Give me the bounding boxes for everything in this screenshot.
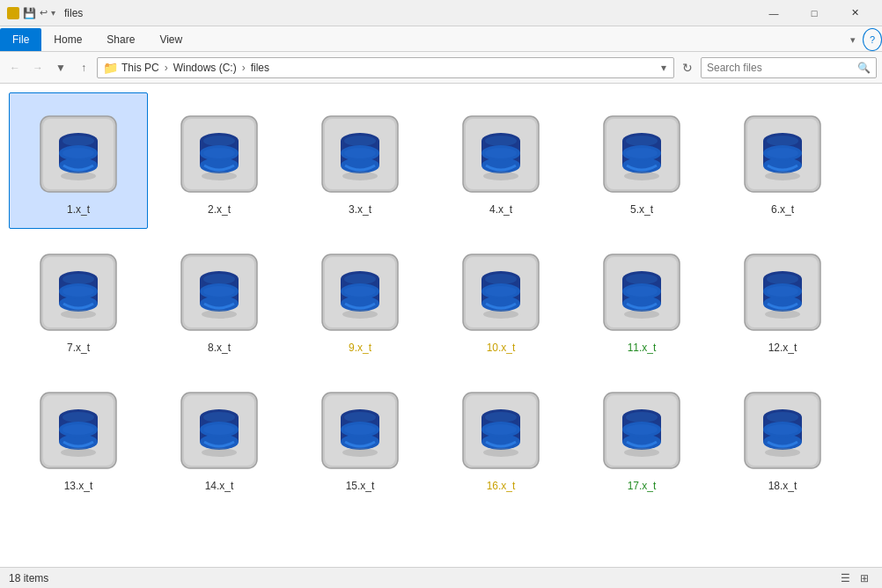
svg-point-35	[483, 172, 518, 180]
forward-button[interactable]: →	[28, 58, 48, 77]
search-input[interactable]	[707, 62, 854, 74]
svg-point-161	[765, 448, 800, 457]
file-item[interactable]: 6.x_t	[713, 92, 852, 229]
breadcrumb-thispc[interactable]: This PC	[121, 62, 159, 74]
svg-point-32	[485, 136, 517, 146]
svg-point-89	[483, 310, 518, 319]
back-button[interactable]: ←	[5, 58, 25, 77]
quick-save-icon: 💾	[23, 7, 36, 19]
svg-point-17	[202, 172, 237, 180]
svg-point-25	[344, 148, 376, 158]
file-item[interactable]: 14.x_t	[150, 369, 289, 505]
up-button[interactable]: ↑	[74, 58, 93, 77]
file-item[interactable]: 7.x_t	[9, 231, 148, 367]
file-label: 3.x_t	[349, 203, 371, 216]
file-label: 17.x_t	[628, 480, 657, 492]
file-label: 8.x_t	[208, 342, 231, 354]
svg-point-116	[61, 448, 96, 457]
file-icon	[457, 110, 545, 198]
breadcrumb-windows[interactable]: Windows (C:)	[173, 62, 237, 74]
help-button[interactable]: ?	[863, 28, 882, 51]
tab-share[interactable]: Share	[94, 28, 147, 51]
minimize-button[interactable]: —	[753, 0, 794, 26]
svg-point-131	[344, 412, 376, 423]
status-count: 18 items	[9, 572, 48, 584]
maximize-button[interactable]: □	[794, 0, 834, 26]
file-icon	[175, 386, 263, 474]
tab-view[interactable]: View	[147, 28, 195, 51]
svg-point-97	[626, 286, 658, 297]
file-label: 18.x_t	[768, 480, 797, 492]
file-label: 14.x_t	[205, 480, 234, 492]
search-bar[interactable]: 🔍	[701, 57, 877, 78]
breadcrumb-files[interactable]: files	[251, 62, 269, 74]
svg-point-143	[483, 448, 518, 457]
address-dropdown-arrow[interactable]: ▾	[661, 62, 666, 74]
file-icon	[598, 248, 686, 336]
file-item[interactable]: 1.x_t	[9, 92, 148, 229]
file-item[interactable]: 12.x_t	[713, 231, 852, 367]
svg-point-125	[202, 448, 237, 457]
svg-point-134	[342, 448, 378, 457]
file-item[interactable]: 9.x_t	[290, 231, 430, 367]
svg-point-104	[767, 274, 798, 284]
svg-point-140	[485, 412, 517, 423]
file-grid: 1.x_t 2.x_t	[9, 92, 873, 505]
file-label: 16.x_t	[487, 480, 516, 492]
file-label: 12.x_t	[768, 342, 797, 354]
file-item[interactable]: 5.x_t	[572, 92, 711, 229]
file-item[interactable]: 2.x_t	[150, 92, 289, 229]
svg-point-26	[342, 172, 378, 180]
svg-point-151	[626, 424, 658, 435]
address-bar[interactable]: 📁 This PC › Windows (C:) › files ▾	[97, 57, 674, 78]
file-item[interactable]: 10.x_t	[431, 231, 570, 367]
svg-point-79	[344, 286, 376, 297]
status-bar: 18 items ☰ ⊞	[0, 567, 882, 588]
file-icon	[316, 248, 404, 336]
file-icon	[316, 386, 404, 474]
undo-icon: ↩	[40, 7, 48, 18]
file-item[interactable]: 18.x_t	[713, 369, 852, 505]
ribbon-collapse-button[interactable]: ▾	[843, 28, 863, 51]
recent-locations-button[interactable]: ▼	[51, 58, 70, 77]
file-icon	[175, 248, 263, 336]
file-item[interactable]: 4.x_t	[431, 92, 570, 229]
svg-point-44	[624, 172, 659, 180]
title-bar: 💾 ↩ ▾ files — □ ✕	[0, 0, 882, 26]
file-item[interactable]: 11.x_t	[572, 231, 711, 367]
svg-point-7	[62, 148, 94, 158]
svg-point-52	[767, 148, 798, 158]
breadcrumb-sep2: ›	[242, 62, 246, 74]
svg-point-53	[765, 172, 800, 180]
file-item[interactable]: 3.x_t	[290, 92, 430, 229]
svg-point-71	[202, 310, 237, 319]
file-item[interactable]: 13.x_t	[9, 369, 148, 505]
svg-point-8	[61, 172, 96, 180]
svg-point-113	[62, 412, 94, 423]
grid-view-button[interactable]: ⊞	[856, 570, 873, 587]
refresh-button[interactable]: ↻	[678, 58, 697, 77]
quick-access-chevron[interactable]: ▾	[51, 8, 55, 18]
svg-point-23	[344, 136, 376, 146]
file-item[interactable]: 17.x_t	[572, 369, 711, 505]
svg-point-107	[765, 310, 800, 319]
quick-access-icon	[7, 7, 19, 19]
tab-home[interactable]: Home	[41, 28, 94, 51]
file-label: 4.x_t	[489, 203, 512, 216]
view-toggle: ☰ ⊞	[836, 570, 873, 587]
file-icon	[175, 110, 263, 198]
breadcrumb-sep1: ›	[165, 62, 168, 74]
file-item[interactable]: 16.x_t	[431, 369, 570, 505]
svg-point-62	[61, 310, 96, 319]
list-view-button[interactable]: ☰	[836, 570, 854, 587]
file-label: 11.x_t	[628, 342, 657, 354]
file-icon	[457, 248, 545, 336]
svg-point-5	[62, 136, 94, 146]
svg-point-142	[485, 424, 517, 435]
tab-file[interactable]: File	[0, 28, 41, 51]
file-item[interactable]: 8.x_t	[150, 231, 289, 367]
close-button[interactable]: ✕	[834, 0, 875, 26]
file-item[interactable]: 15.x_t	[290, 369, 430, 505]
search-icon: 🔍	[857, 62, 871, 74]
file-icon	[457, 386, 545, 474]
